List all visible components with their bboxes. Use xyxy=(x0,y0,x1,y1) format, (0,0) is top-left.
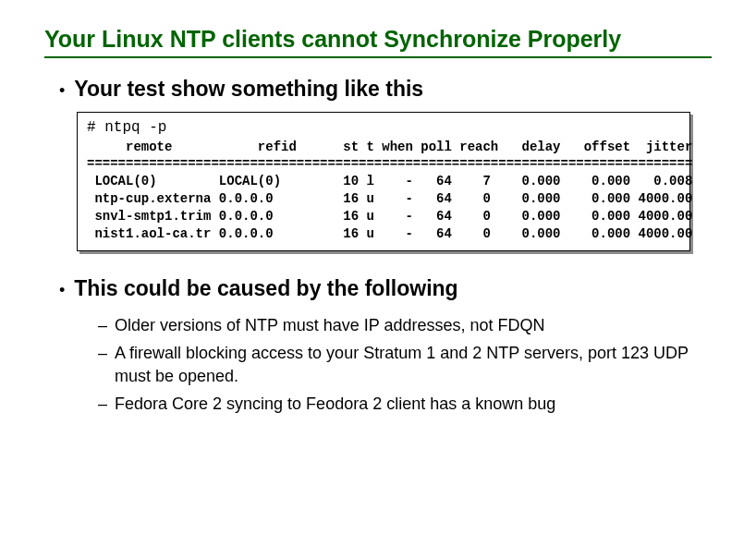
sub-dash: – xyxy=(98,394,107,414)
ntpq-row-0: LOCAL(0) LOCAL(0) 10 l - 64 7 0.000 0.00… xyxy=(87,174,692,188)
bullet-1-text: Your test show something like this xyxy=(74,77,423,102)
bullet-dot: • xyxy=(59,282,65,298)
sub-dash: – xyxy=(98,344,107,363)
title-divider xyxy=(44,56,712,58)
bullet-1: • Your test show something like this xyxy=(59,77,712,102)
ntpq-row-1: ntp-cup.externa 0.0.0.0 16 u - 64 0 0.00… xyxy=(87,191,692,206)
ntpq-row-2: snvl-smtp1.trim 0.0.0.0 16 u - 64 0 0.00… xyxy=(87,209,692,224)
sub-3-text: Fedora Core 2 syncing to Feodora 2 clien… xyxy=(115,393,555,415)
page-title: Your Linux NTP clients cannot Synchroniz… xyxy=(44,26,712,53)
sub-1: – Older versions of NTP must have IP add… xyxy=(98,314,712,336)
ntpq-row-3: nist1.aol-ca.tr 0.0.0.0 16 u - 64 0 0.00… xyxy=(87,226,692,241)
sub-3: – Fedora Core 2 syncing to Feodora 2 cli… xyxy=(98,393,712,415)
bullet-dot: • xyxy=(59,82,65,99)
ntpq-header: remote refid st t when poll reach delay … xyxy=(87,140,692,154)
sub-2: – A firewall blocking access to your Str… xyxy=(98,342,712,387)
sub-2-text: A firewall blocking access to your Strat… xyxy=(115,342,712,387)
sub-1-text: Older versions of NTP must have IP addre… xyxy=(115,314,545,336)
terminal-command: # ntpq -p xyxy=(87,119,166,136)
bullet-2: • This could be caused by the following xyxy=(59,276,712,301)
ntpq-separator: ========================================… xyxy=(87,156,692,171)
sub-dash: – xyxy=(98,316,107,335)
terminal-shadow: # ntpq -p remote refid st t when poll re… xyxy=(79,115,693,254)
terminal-output: # ntpq -p remote refid st t when poll re… xyxy=(77,112,690,251)
bullet-2-text: This could be caused by the following xyxy=(74,276,457,301)
